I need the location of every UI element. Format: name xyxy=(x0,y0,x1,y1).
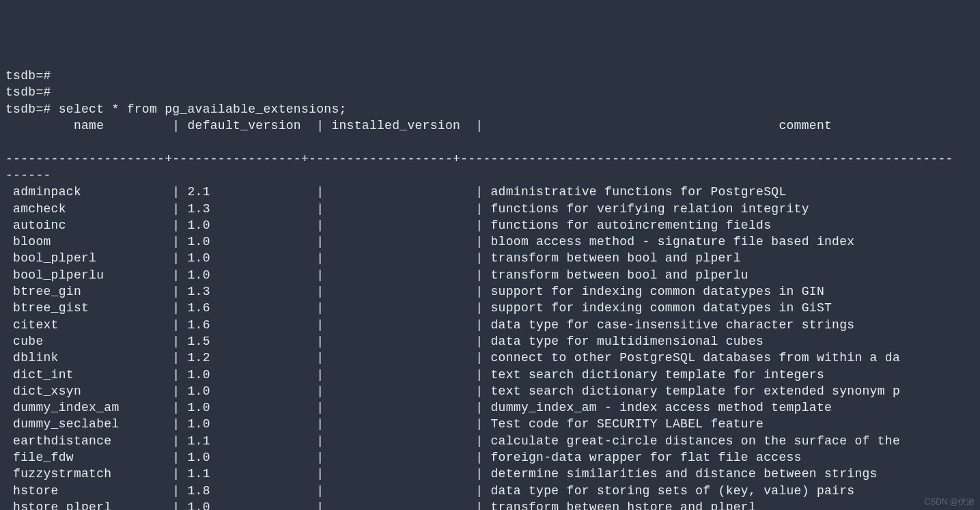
output-line: dummy_seclabel | 1.0 | | Test code for S… xyxy=(5,416,980,432)
output-line: bool_plperlu | 1.0 | | transform between… xyxy=(5,267,980,283)
output-line: btree_gist | 1.6 | | support for indexin… xyxy=(5,300,980,316)
output-line: dummy_index_am | 1.0 | | dummy_index_am … xyxy=(5,399,980,416)
output-line: btree_gin | 1.3 | | support for indexing… xyxy=(5,283,980,300)
output-line: bool_plperl | 1.0 | | transform between … xyxy=(5,250,980,266)
output-line: amcheck | 1.3 | | functions for verifyin… xyxy=(5,201,980,217)
output-line: autoinc | 1.0 | | functions for autoincr… xyxy=(5,217,980,233)
prompt-line: tsdb=# xyxy=(5,84,980,100)
output-line: hstore | 1.8 | | data type for storing s… xyxy=(5,483,980,499)
output-line: earthdistance | 1.1 | | calculate great-… xyxy=(5,433,980,449)
terminal-output: tsdb=#tsdb=#tsdb=# select * from pg_avai… xyxy=(5,68,980,510)
watermark: CSDN @伏游 xyxy=(924,496,975,507)
output-line: ---------------------+-----------------+… xyxy=(5,151,980,167)
output-line: citext | 1.6 | | data type for case-inse… xyxy=(5,317,980,333)
output-line xyxy=(5,134,980,150)
output-line: dict_xsyn | 1.0 | | text search dictiona… xyxy=(5,383,980,399)
output-line: bloom | 1.0 | | bloom access method - si… xyxy=(5,233,980,250)
output-line: fuzzystrmatch | 1.1 | | determine simila… xyxy=(5,466,980,482)
prompt-line: tsdb=# xyxy=(5,68,980,84)
output-line: ------ xyxy=(5,167,980,184)
output-line: dict_int | 1.0 | | text search dictionar… xyxy=(5,367,980,383)
output-line: file_fdw | 1.0 | | foreign-data wrapper … xyxy=(5,449,980,466)
output-line: cube | 1.5 | | data type for multidimens… xyxy=(5,333,980,350)
output-line: adminpack | 2.1 | | administrative funct… xyxy=(5,184,980,200)
output-line: name | default_version | installed_versi… xyxy=(5,117,980,134)
output-line: hstore_plperl | 1.0 | | transform betwee… xyxy=(5,499,980,510)
output-line: dblink | 1.2 | | connect to other Postgr… xyxy=(5,350,980,366)
prompt-line: tsdb=# select * from pg_available_extens… xyxy=(5,101,980,117)
